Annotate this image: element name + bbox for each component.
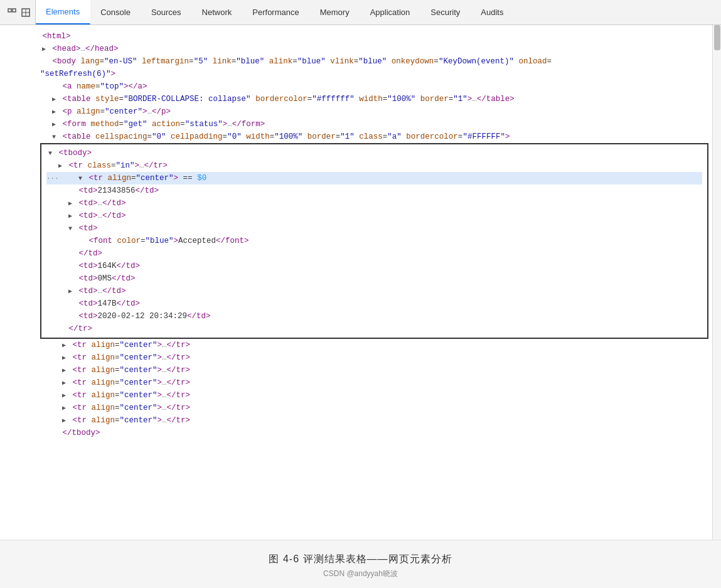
scrollbar-thumb[interactable] <box>714 25 720 50</box>
code-line: <body lang="en-US" leftmargin="5" link="… <box>10 55 721 68</box>
code-line: "setRefresh(6)"> <box>10 68 721 80</box>
code-line: <table cellspacing="0" cellpadding="0" w… <box>10 131 721 143</box>
expand-icon[interactable] <box>67 211 74 222</box>
code-line: <td>21343856</td> <box>46 184 702 197</box>
code-line: <tr align="center">…</tr> <box>10 377 721 389</box>
expand-icon[interactable] <box>50 95 58 105</box>
code-line: <head>…</head> <box>10 43 721 55</box>
expand-icon[interactable] <box>60 341 68 351</box>
expand-icon[interactable] <box>67 224 74 234</box>
code-line: <p align="center">…</p> <box>10 105 721 118</box>
expand-icon[interactable] <box>50 120 58 130</box>
expand-icon[interactable] <box>60 366 68 376</box>
expand-icon[interactable] <box>60 404 68 414</box>
code-line: <font color="blue">Accepted</font> <box>46 235 702 247</box>
code-line: <tr align="center">…</tr> <box>10 389 721 402</box>
code-line: <tr align="center">…</tr> <box>10 414 721 427</box>
expand-icon[interactable] <box>60 378 68 388</box>
svg-rect-1 <box>13 9 16 12</box>
expand-icon[interactable] <box>60 353 68 363</box>
tab-security[interactable]: Security <box>420 0 471 24</box>
code-line: <tr class="in">…</tr> <box>46 159 702 172</box>
expand-icon[interactable] <box>77 174 84 184</box>
expand-icon[interactable] <box>40 45 48 55</box>
code-line: <td>147B</td> <box>46 297 702 310</box>
devtools-elements-panel: <html> <head>…</head> <body lang="en-US"… <box>0 25 721 540</box>
cursor-icon[interactable] <box>6 7 18 18</box>
expand-icon[interactable] <box>60 391 68 401</box>
code-line: <tr align="center">…</tr> <box>10 402 721 414</box>
code-line: <td> <box>46 222 702 235</box>
code-line: <td>…</td> <box>46 197 702 210</box>
code-line: <tbody> <box>46 147 702 159</box>
tab-elements[interactable]: Elements <box>36 0 90 24</box>
expand-icon[interactable] <box>67 199 74 209</box>
tab-performance[interactable]: Performance <box>242 0 309 24</box>
expand-icon[interactable] <box>67 287 74 297</box>
tab-console[interactable]: Console <box>90 0 141 24</box>
expand-icon[interactable] <box>56 161 64 171</box>
svg-rect-0 <box>8 9 11 12</box>
figure-caption: 图 4-6 评测结果表格——网页元素分析 <box>0 553 721 566</box>
code-line: <form method="get" action="status">…</fo… <box>10 118 721 131</box>
inspector-icon[interactable] <box>20 7 31 18</box>
devtools-tabs: Elements Console Sources Network Perform… <box>36 0 721 24</box>
tab-sources[interactable]: Sources <box>141 0 192 24</box>
expand-icon[interactable] <box>46 149 54 159</box>
expand-icon[interactable] <box>50 107 58 117</box>
code-line: <td>2020-02-12 20:34:29</td> <box>46 310 702 323</box>
tab-memory[interactable]: Memory <box>310 0 360 24</box>
expand-icon[interactable] <box>50 132 58 142</box>
code-line: <td>…</td> <box>46 285 702 297</box>
tab-audits[interactable]: Audits <box>471 0 514 24</box>
code-line: <tr align="center">…</tr> <box>10 339 721 351</box>
tab-network[interactable]: Network <box>192 0 243 24</box>
devtools-toolbar: Elements Console Sources Network Perform… <box>0 0 721 25</box>
code-line: <table style="BORDER-COLLAPSE: collapse"… <box>10 93 721 105</box>
code-line: <td>0MS</td> <box>46 272 702 285</box>
code-line: <td>…</td> <box>46 210 702 222</box>
selected-tr-row[interactable]: ... <tr align="center"> == $0 <box>46 172 702 184</box>
code-line: <html> <box>10 30 721 43</box>
scrollbar[interactable] <box>712 25 721 540</box>
attribution: CSDN @andyyah晓波 <box>0 569 721 579</box>
tab-application[interactable]: Application <box>360 0 421 24</box>
devtools-icon-group <box>3 0 36 24</box>
code-line: <tr align="center">…</tr> <box>10 351 721 364</box>
caption-area: 图 4-6 评测结果表格——网页元素分析 CSDN @andyyah晓波 <box>0 540 721 585</box>
code-line: </tr> <box>46 323 702 335</box>
code-line: </td> <box>46 247 702 260</box>
code-line: <td>164K</td> <box>46 260 702 272</box>
code-line: <a name="top"></a> <box>10 80 721 93</box>
code-line: </tbody> <box>10 427 721 439</box>
expand-icon[interactable] <box>60 416 68 426</box>
code-line: <tr align="center">…</tr> <box>10 364 721 377</box>
boxed-section: <tbody> <tr class="in">…</tr> ... <tr al… <box>40 143 708 339</box>
